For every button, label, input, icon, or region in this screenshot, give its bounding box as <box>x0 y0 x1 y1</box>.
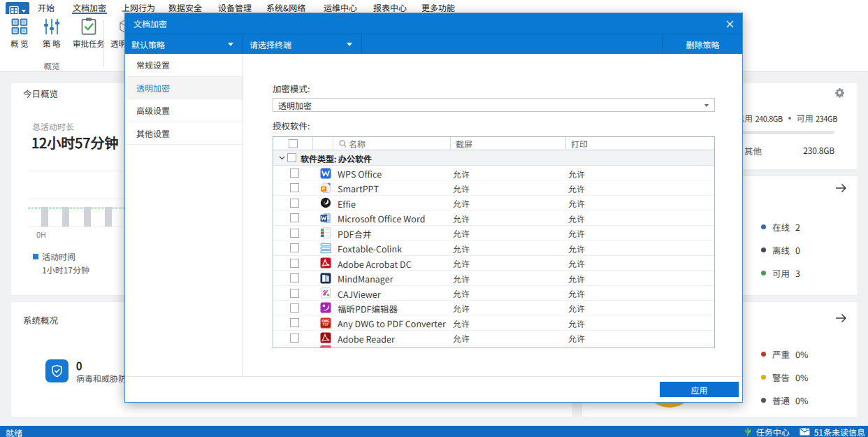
mail-icon <box>800 428 810 436</box>
system-card-title: 系统概况 <box>23 313 58 327</box>
table-rows: WPS Office 允许 允许 SmartPPT 允许 允许 Effie 允许 <box>273 166 714 345</box>
row-checkbox[interactable] <box>290 199 299 208</box>
dialog-titlebar: 文档加密 <box>125 13 742 34</box>
legend-dot <box>761 271 766 275</box>
menu-item[interactable]: 上网行为 <box>122 0 155 14</box>
activity-bar <box>62 207 69 227</box>
print-permission: 允许 <box>568 182 585 194</box>
row-checkbox[interactable] <box>290 273 299 282</box>
menu-item-label: 运维中心 <box>324 1 357 13</box>
menu-item[interactable]: 系统&网络 <box>266 0 305 14</box>
threat-count: 0 <box>76 358 82 373</box>
col-header-name[interactable]: 名称 <box>349 138 366 150</box>
print-permission: 允许 <box>568 227 585 239</box>
menu-item[interactable]: 运维中心 <box>324 0 357 14</box>
software-row[interactable]: Effie 允许 允许 <box>273 196 714 210</box>
screenshot-permission: 允许 <box>453 302 470 314</box>
policy-dropdown[interactable]: 默认策略 <box>125 34 243 54</box>
sidebar-item[interactable]: 透明加密 <box>125 77 243 100</box>
software-row[interactable]: WPS Office 允许 允许 <box>273 166 714 180</box>
task-center-link[interactable]: 任务中心 <box>756 426 790 437</box>
arrow-right-icon[interactable] <box>835 183 847 193</box>
sidebar-item[interactable]: 高级设置 <box>125 99 243 122</box>
tool-policy[interactable]: 策 略 <box>43 17 61 49</box>
sidebar-item-label: 常规设置 <box>136 59 170 71</box>
row-checkbox[interactable] <box>290 183 299 192</box>
menu-item[interactable]: 设备管理 <box>218 0 252 14</box>
unread-messages-link[interactable]: 51条未读信息 <box>814 426 865 437</box>
col-header-screenshot[interactable]: 截屏 <box>456 138 472 150</box>
delete-policy-label: 删除策略 <box>686 38 719 50</box>
gear-icon[interactable] <box>834 87 845 98</box>
menu-item[interactable]: 数据安全 <box>168 0 202 14</box>
software-name: Any DWG to PDF Converter <box>338 317 446 330</box>
task-center-icon <box>744 427 752 436</box>
software-row[interactable]: Foxtable-Colink 允许 允许 <box>273 241 714 255</box>
table-group-row[interactable]: 软件类型: 办公软件 <box>273 150 714 166</box>
software-row[interactable]: Adobe Reader 允许 允许 <box>273 331 714 345</box>
row-checkbox[interactable] <box>290 169 299 178</box>
sidebar-item[interactable]: 常规设置 <box>125 54 243 77</box>
menu-item[interactable]: 文档加密 <box>73 0 106 14</box>
column-separator <box>312 137 313 150</box>
screenshot-permission: 允许 <box>453 243 470 255</box>
select-all-checkbox[interactable] <box>289 139 298 148</box>
group-label: 软件类型: 办公软件 <box>301 152 372 164</box>
encryption-mode-select[interactable]: 透明加密 <box>273 98 715 112</box>
overview-grid-icon <box>11 17 28 35</box>
menu-item-label: 更多功能 <box>421 1 455 13</box>
sidebar-item[interactable]: 其他设置 <box>125 122 243 145</box>
software-row[interactable]: DWGPDF Any DWG to PDF Converter 允许 允许 <box>273 315 714 330</box>
apply-button[interactable]: 应用 <box>660 382 739 397</box>
menu-item[interactable]: 开始 <box>38 0 55 14</box>
device-legend-row: 离线 0 <box>761 243 800 257</box>
row-checkbox[interactable] <box>290 243 299 252</box>
alert-legend-row: 严重 0% <box>761 348 808 361</box>
search-icon[interactable] <box>339 140 347 148</box>
sidebar-item-label: 高级设置 <box>136 104 170 116</box>
print-permission: 允许 <box>568 332 585 344</box>
row-checkbox[interactable] <box>290 289 299 298</box>
row-checkbox[interactable] <box>290 303 299 313</box>
row-checkbox[interactable] <box>290 259 299 268</box>
legend-value: 0% <box>795 371 808 384</box>
delete-policy-button[interactable]: 删除策略 <box>663 34 742 54</box>
row-checkbox[interactable] <box>290 229 299 238</box>
row-checkbox[interactable] <box>290 334 299 343</box>
row-checkbox[interactable] <box>290 318 299 327</box>
disk-usage-row: 已用240.8GB 可用234GB <box>736 112 837 124</box>
menu-bar: 开始文档加密上网行为数据安全设备管理系统&网络运维中心报表中心更多功能 <box>0 0 868 14</box>
alert-legend-row: 警告 0% <box>761 371 808 384</box>
software-row[interactable]: CAJViewer 允许 允许 <box>273 286 714 301</box>
filterbar-spacer <box>362 34 663 54</box>
group-checkbox[interactable] <box>287 153 296 162</box>
chevron-down-icon[interactable] <box>279 156 285 160</box>
disk-free-value: 234GB <box>816 113 837 124</box>
activity-bar <box>105 207 112 227</box>
software-row[interactable]: MindManager 允许 允许 <box>273 271 714 285</box>
separator-dot <box>788 117 791 120</box>
arrow-right-icon[interactable] <box>835 313 847 323</box>
tool-overview[interactable]: 概 览 <box>10 17 29 49</box>
screenshot-permission: 允许 <box>453 213 470 224</box>
software-row[interactable]: SmartPPT 允许 允许 <box>273 180 714 195</box>
legend-dot <box>761 375 766 380</box>
disk-other-label: 其他 <box>744 144 762 157</box>
menu-item[interactable]: 更多功能 <box>421 0 455 14</box>
chart-x-label: 0H <box>36 229 46 240</box>
software-row[interactable]: 福昕PDF编辑器 允许 允许 <box>273 301 714 315</box>
software-row[interactable]: PDF合并 允许 允许 <box>273 226 714 241</box>
software-row[interactable]: Adobe Acrobat DC 允许 允许 <box>273 256 714 271</box>
app-menu-caret-icon <box>22 10 26 13</box>
menu-item[interactable]: 报表中心 <box>373 0 407 14</box>
screenshot-permission: 允许 <box>453 227 470 239</box>
col-header-print[interactable]: 打印 <box>571 138 588 150</box>
total-activity-label: 总活动时长 <box>32 120 74 132</box>
tool-approval[interactable]: 审批任务 <box>73 17 105 49</box>
shield-icon <box>45 359 68 382</box>
close-icon[interactable] <box>725 20 734 28</box>
software-row[interactable]: Microsoft Office Word 允许 允许 <box>273 210 714 225</box>
print-permission: 允许 <box>568 287 585 299</box>
row-checkbox[interactable] <box>290 213 299 222</box>
terminal-dropdown[interactable]: 请选择终端 <box>243 34 362 54</box>
